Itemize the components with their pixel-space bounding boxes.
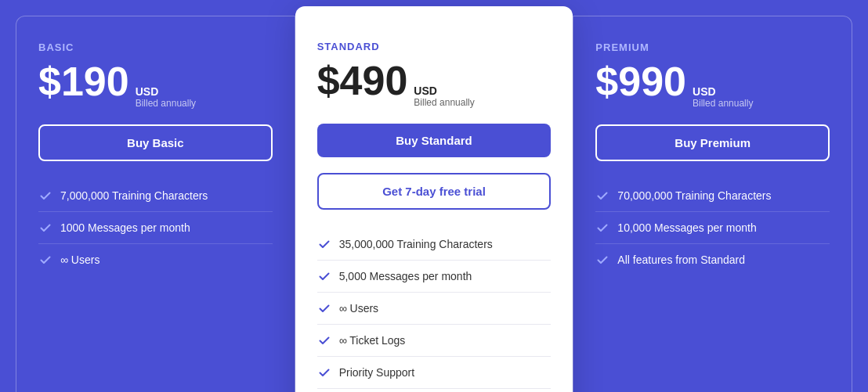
list-item: 5,000 Messages per month xyxy=(317,261,552,293)
standard-price-amount: $490 xyxy=(317,60,408,101)
list-item: 1000 Messages per month xyxy=(38,212,273,244)
list-item: 70,000,000 Training Characters xyxy=(595,180,830,212)
standard-price-meta: USD Billed annually xyxy=(414,85,474,108)
buy-basic-button[interactable]: Buy Basic xyxy=(38,124,273,161)
list-item: ∞ Ticket Logs xyxy=(317,325,552,357)
check-icon xyxy=(317,269,331,283)
list-item: All features from Standard xyxy=(595,244,830,275)
check-icon xyxy=(317,365,331,379)
check-icon xyxy=(38,221,52,235)
premium-price-row: $990 USD Billed annually xyxy=(595,61,830,109)
premium-features-list: 70,000,000 Training Characters 10,000 Me… xyxy=(595,180,830,275)
premium-price-meta: USD Billed annually xyxy=(693,85,753,109)
buy-standard-button[interactable]: Buy Standard xyxy=(317,124,552,157)
buy-premium-button[interactable]: Buy Premium xyxy=(595,124,830,161)
standard-plan-label: STANDARD xyxy=(317,41,552,52)
list-item: Custom System Prompt xyxy=(317,389,552,392)
list-item: 35,000,000 Training Characters xyxy=(317,228,552,261)
standard-billing: Billed annually xyxy=(414,97,474,108)
check-icon xyxy=(317,333,331,347)
pricing-container: BASIC $190 USD Billed annually Buy Basic… xyxy=(16,16,852,392)
premium-price-amount: $990 xyxy=(595,61,686,102)
free-trial-button[interactable]: Get 7-day free trial xyxy=(317,173,552,210)
standard-currency: USD xyxy=(414,85,474,97)
check-icon xyxy=(595,221,609,235)
check-icon xyxy=(38,189,52,203)
basic-currency: USD xyxy=(136,85,196,98)
check-icon xyxy=(317,301,331,315)
check-icon xyxy=(38,253,52,267)
basic-card: BASIC $190 USD Billed annually Buy Basic… xyxy=(16,16,295,392)
list-item: Priority Support xyxy=(317,357,552,389)
standard-features-list: 35,000,000 Training Characters 5,000 Mes… xyxy=(317,228,552,392)
list-item: 7,000,000 Training Characters xyxy=(38,180,273,212)
check-icon xyxy=(317,237,331,251)
basic-price-row: $190 USD Billed annually xyxy=(38,61,273,109)
premium-billing: Billed annually xyxy=(693,98,753,109)
premium-currency: USD xyxy=(693,85,753,98)
list-item: 10,000 Messages per month xyxy=(595,212,830,244)
premium-card: PREMIUM $990 USD Billed annually Buy Pre… xyxy=(573,16,852,392)
premium-plan-label: PREMIUM xyxy=(595,41,830,53)
basic-price-amount: $190 xyxy=(38,61,129,102)
basic-plan-label: BASIC xyxy=(38,41,273,53)
check-icon xyxy=(595,253,609,267)
list-item: ∞ Users xyxy=(317,293,552,325)
standard-card: STANDARD $490 USD Billed annually Buy St… xyxy=(295,6,573,392)
basic-features-list: 7,000,000 Training Characters 1000 Messa… xyxy=(38,180,273,275)
check-icon xyxy=(595,189,609,203)
standard-price-row: $490 USD Billed annually xyxy=(317,60,552,108)
basic-price-meta: USD Billed annually xyxy=(136,85,196,109)
list-item: ∞ Users xyxy=(38,244,273,275)
basic-billing: Billed annually xyxy=(136,98,196,109)
